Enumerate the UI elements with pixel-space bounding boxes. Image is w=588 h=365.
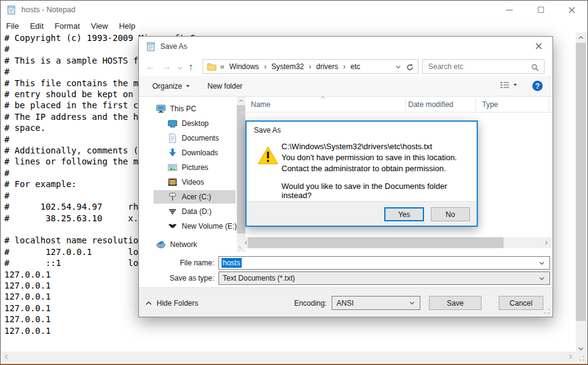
sidebar-item-downloads[interactable]: Downloads	[154, 146, 236, 160]
sidebar-item-pictures[interactable]: Pictures	[154, 161, 236, 174]
organize-label: Organize	[152, 82, 182, 90]
scrollbar-thumb[interactable]	[248, 237, 504, 248]
notepad-icon	[7, 5, 17, 15]
maximize-button[interactable]	[525, 1, 556, 19]
scroll-left-icon[interactable]	[1, 352, 12, 362]
document-icon	[168, 133, 177, 143]
chevron-down-icon[interactable]	[409, 301, 415, 304]
file-list-scrollbar[interactable]	[240, 237, 552, 248]
file-name-value[interactable]: hosts	[221, 258, 242, 268]
hide-folders-button[interactable]: Hide Folders	[146, 297, 198, 310]
encoding-label: Encoding:	[286, 299, 327, 308]
close-icon	[535, 43, 542, 50]
scrollbar-thumb[interactable]	[237, 105, 245, 234]
window-title: hosts - Notepad	[21, 6, 75, 14]
column-type[interactable]: Type	[482, 100, 498, 109]
sidebar-item-drive-c[interactable]: Acer (C:)	[154, 190, 236, 204]
notepad-titlebar[interactable]: hosts - Notepad	[1, 1, 587, 19]
new-folder-button[interactable]: New folder	[207, 76, 242, 96]
window-corner	[575, 352, 586, 363]
chevron-down-icon[interactable]	[539, 277, 545, 280]
column-divider[interactable]	[549, 98, 549, 111]
breadcrumb-segment-drivers[interactable]: drivers	[315, 62, 340, 71]
resize-grip-icon[interactable]	[579, 355, 585, 361]
resize-grip-icon[interactable]	[544, 308, 550, 314]
no-button[interactable]: No	[431, 207, 470, 221]
file-name-input[interactable]: hosts	[218, 256, 550, 270]
column-divider[interactable]	[475, 98, 476, 111]
sidebar-item-documents[interactable]: Documents	[154, 131, 236, 145]
sidebar-item-label: This PC	[170, 105, 196, 113]
download-arrow-icon	[168, 148, 177, 158]
sidebar-item-videos[interactable]: Videos	[154, 175, 236, 189]
scroll-right-icon[interactable]	[542, 238, 551, 247]
sidebar-item-network[interactable]: Network	[154, 238, 236, 251]
notepad-horizontal-scrollbar[interactable]	[1, 352, 576, 363]
sidebar-item-drive-d[interactable]: Data (D:)	[154, 205, 236, 218]
sidebar-scrollbar[interactable]	[237, 97, 245, 252]
encoding-value: ANSI	[337, 299, 354, 308]
sidebar-item-this-pc[interactable]: This PC	[154, 102, 236, 116]
address-dropdown-icon[interactable]	[396, 65, 401, 68]
sidebar-item-label: Data (D:)	[182, 207, 212, 216]
column-divider[interactable]	[405, 98, 406, 111]
breadcrumb-segment-windows[interactable]: Windows	[228, 62, 261, 71]
menu-file[interactable]: File	[1, 19, 24, 32]
video-icon	[168, 177, 177, 187]
desktop-icon	[168, 119, 177, 128]
dialog-close-button[interactable]	[525, 37, 553, 55]
warning-icon	[258, 146, 278, 165]
help-icon[interactable]: ?	[532, 81, 543, 91]
organize-button[interactable]: Organize	[152, 76, 190, 96]
minimize-button[interactable]	[494, 1, 525, 19]
breadcrumb-prefix[interactable]: «	[217, 62, 228, 71]
scrollbar-thumb[interactable]	[576, 43, 586, 321]
scroll-up-icon[interactable]	[576, 32, 586, 43]
forward-button[interactable]: →	[160, 59, 173, 73]
sidebar-item-label: Downloads	[182, 149, 218, 157]
change-view-button[interactable]	[500, 81, 517, 89]
menu-view[interactable]: View	[86, 19, 114, 32]
chevron-up-icon	[146, 301, 152, 305]
column-date-modified[interactable]: Date modified	[408, 100, 453, 109]
hide-folders-label: Hide Folders	[157, 299, 198, 308]
notepad-vertical-scrollbar[interactable]	[576, 32, 586, 354]
warning-path-line: C:\Windows\System32\drivers\etc\hosts.tx…	[281, 141, 457, 152]
search-input[interactable]: Search etc	[422, 59, 545, 74]
save-as-type-select[interactable]: Text Documents (*.txt)	[218, 271, 550, 285]
sidebar-item-label: New Volume (E:)	[182, 222, 237, 230]
breadcrumb[interactable]: « Windows › System32 › drivers › etc	[203, 59, 419, 74]
dialog-title: Save As	[160, 42, 187, 51]
warning-question: Would you like to save in the Documents …	[281, 182, 477, 200]
drive-c-icon	[168, 192, 177, 202]
back-button[interactable]: ←	[144, 59, 157, 73]
sidebar-item-drive-e[interactable]: New Volume (E:)	[154, 219, 236, 233]
column-name[interactable]: Name	[251, 100, 270, 109]
breadcrumb-segment-system32[interactable]: System32	[270, 62, 305, 71]
encoding-select[interactable]: ANSI	[332, 296, 420, 310]
sidebar-item-desktop[interactable]: Desktop	[154, 117, 236, 130]
warning-line-1: You don't have permission to save in thi…	[281, 152, 457, 163]
menu-edit[interactable]: Edit	[24, 19, 49, 32]
cancel-button[interactable]: Cancel	[499, 296, 543, 310]
save-button[interactable]: Save	[429, 296, 482, 310]
menu-format[interactable]: Format	[49, 19, 85, 32]
drive-d-icon	[168, 207, 177, 216]
network-icon	[156, 240, 166, 249]
menu-help[interactable]: Help	[113, 19, 141, 32]
breadcrumb-segment-etc[interactable]: etc	[349, 62, 362, 71]
chevron-down-icon[interactable]	[539, 262, 545, 265]
minimize-icon	[506, 10, 513, 10]
list-view-icon	[500, 81, 510, 89]
save-dialog-titlebar[interactable]: Save As	[139, 37, 553, 56]
sidebar-item-label: Pictures	[182, 163, 208, 172]
close-button[interactable]	[556, 1, 587, 19]
search-placeholder: Search etc	[428, 62, 463, 71]
breadcrumb-separator-icon: ›	[340, 62, 349, 71]
save-as-type-label: Save as type:	[139, 274, 214, 282]
up-button[interactable]: ↑	[184, 59, 198, 73]
notepad-menubar: File Edit Format View Help	[1, 19, 587, 32]
yes-button[interactable]: Yes	[384, 207, 424, 221]
refresh-icon[interactable]	[404, 62, 415, 72]
search-icon[interactable]	[531, 63, 539, 74]
